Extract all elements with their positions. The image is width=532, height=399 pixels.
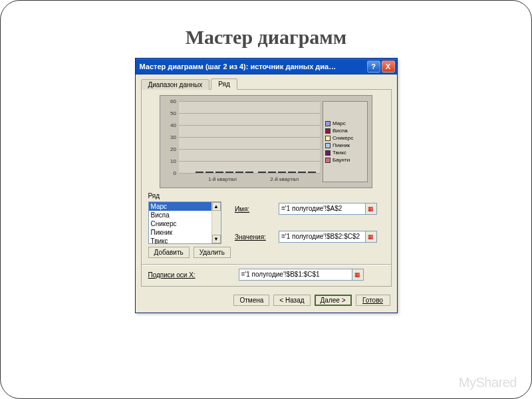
chart-preview: 01020304050601-й квартал2-й квартал Марс…: [160, 95, 372, 188]
list-item[interactable]: Виспа: [149, 211, 221, 219]
bar-group: [258, 172, 316, 173]
name-refpick-icon[interactable]: ▦: [365, 203, 377, 215]
bar: [288, 172, 296, 173]
bar: [258, 172, 266, 173]
legend-item: Твикс: [325, 150, 365, 156]
gridline: [179, 125, 320, 126]
remove-series-button[interactable]: Удалить: [194, 247, 231, 258]
bar: [278, 172, 286, 173]
x-tick-label: 2-й квартал: [251, 176, 318, 182]
listbox-scrollbar[interactable]: ▲ ▼: [211, 202, 221, 243]
series-listbox[interactable]: МарсВиспаСникерсПикникТвикс ▲ ▼: [148, 201, 221, 244]
next-button[interactable]: Далее >: [315, 295, 352, 306]
legend-item: Виспа: [325, 128, 365, 134]
x-tick-label: 1-й квартал: [189, 176, 255, 182]
bar: [196, 172, 203, 173]
gridline: [179, 113, 320, 114]
gridline: [179, 137, 320, 138]
legend-swatch-icon: [325, 136, 331, 141]
legend-label: Баунти: [332, 157, 350, 163]
tab-series[interactable]: Ряд: [211, 78, 237, 90]
legend-swatch-icon: [325, 128, 331, 134]
xlabels-refpick-icon[interactable]: ▦: [352, 269, 364, 281]
name-refedit[interactable]: ='1 полугодие'!$A$2 ▦: [279, 203, 377, 215]
wizard-dialog: Мастер диаграмм (шаг 2 из 4): источник д…: [135, 58, 398, 313]
gridline: [179, 149, 320, 150]
y-tick-label: 30: [164, 134, 176, 140]
gridline: [179, 173, 320, 174]
values-field[interactable]: ='1 полугодие'!$B$2:$C$2: [279, 231, 365, 243]
legend-label: Твикс: [332, 150, 346, 156]
bar: [225, 172, 233, 173]
close-button[interactable]: X: [382, 61, 395, 72]
bar: [298, 172, 306, 173]
legend-swatch-icon: [325, 150, 331, 156]
bar: [245, 172, 253, 173]
bar: [268, 172, 276, 173]
legend-item: Пикник: [325, 142, 365, 148]
chart-legend: МарсВиспаСникерсПикникТвиксБаунти: [323, 101, 368, 182]
values-refedit[interactable]: ='1 полугодие'!$B$2:$C$2 ▦: [279, 231, 377, 243]
gridline: [179, 161, 320, 162]
chart-plot-area: 01020304050601-й квартал2-й квартал: [179, 101, 320, 173]
bar: [235, 172, 243, 173]
name-field[interactable]: ='1 полугодие'!$A$2: [279, 203, 365, 215]
y-tick-label: 0: [164, 170, 176, 176]
list-item[interactable]: Пикник: [149, 228, 221, 237]
legend-swatch-icon: [325, 158, 331, 163]
bar: [308, 172, 316, 173]
legend-item: Сникерс: [325, 135, 365, 141]
scroll-up-icon[interactable]: ▲: [212, 202, 221, 211]
wizard-footer: Отмена < Назад Далее > Готово: [136, 291, 397, 313]
tab-strip: Диапазон данных Ряд: [136, 74, 397, 89]
finish-button[interactable]: Готово: [356, 295, 390, 306]
xlabels-label: Подписи оси X:: [148, 271, 235, 279]
legend-label: Виспа: [332, 128, 348, 134]
titlebar-caption: Мастер диаграмм (шаг 2 из 4): источник д…: [140, 63, 366, 70]
tab-data-range[interactable]: Диапазон данных: [141, 79, 210, 90]
gridline: [179, 101, 320, 102]
legend-swatch-icon: [325, 121, 331, 126]
help-button[interactable]: ?: [367, 61, 380, 72]
scroll-down-icon[interactable]: ▼: [212, 235, 221, 243]
values-label: Значения:: [235, 233, 275, 241]
titlebar[interactable]: Мастер диаграмм (шаг 2 из 4): источник д…: [136, 59, 397, 74]
name-label: Имя:: [235, 205, 275, 213]
legend-swatch-icon: [325, 143, 331, 148]
bar: [205, 172, 213, 173]
values-refpick-icon[interactable]: ▦: [365, 231, 377, 243]
y-tick-label: 20: [164, 146, 176, 152]
y-tick-label: 50: [164, 110, 176, 116]
xlabels-refedit[interactable]: ='1 полугодие'!$B$1:$C$1 ▦: [239, 269, 364, 281]
legend-label: Пикник: [332, 142, 350, 148]
xlabels-field[interactable]: ='1 полугодие'!$B$1:$C$1: [239, 269, 352, 281]
list-item[interactable]: Марс: [149, 202, 221, 211]
legend-label: Сникерс: [332, 135, 353, 141]
cancel-button[interactable]: Отмена: [233, 295, 269, 306]
legend-label: Марс: [332, 120, 346, 126]
slide-title: Мастер диаграмм: [21, 26, 511, 49]
legend-item: Баунти: [325, 157, 365, 163]
add-series-button[interactable]: Добавить: [148, 247, 190, 258]
list-item[interactable]: Сникерс: [149, 219, 221, 228]
legend-item: Марс: [325, 120, 365, 126]
series-section-label: Ряд: [148, 192, 384, 200]
y-tick-label: 10: [164, 158, 176, 164]
back-button[interactable]: < Назад: [273, 295, 310, 306]
tab-panel: 01020304050601-й квартал2-й квартал Марс…: [141, 89, 392, 287]
watermark: MyShared: [459, 375, 517, 390]
bar: [215, 172, 223, 173]
slide-frame: Мастер диаграмм Мастер диаграмм (шаг 2 и…: [0, 0, 532, 399]
bar-group: [196, 172, 253, 173]
separator: [142, 264, 391, 265]
y-tick-label: 60: [164, 98, 176, 104]
y-tick-label: 40: [164, 122, 176, 128]
list-item[interactable]: Твикс: [149, 237, 221, 244]
